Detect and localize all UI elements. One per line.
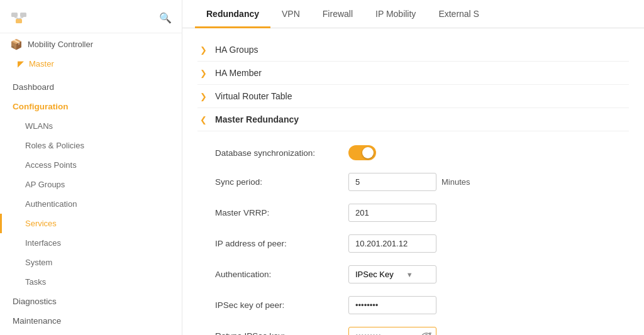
master-vrrp-control [348,204,436,222]
master-icon: ◤ [18,59,24,69]
ipsec-key-input[interactable] [348,296,436,314]
sidebar-nav: Dashboard Configuration WLANs Roles & Po… [0,72,182,335]
auth-control: IPSec Key ▼ [348,265,436,283]
ipsec-key-control [348,296,436,314]
db-sync-toggle[interactable] [348,145,376,160]
ha-groups-section[interactable]: ❯ HA Groups [197,38,629,62]
search-icon[interactable]: 🔍 [159,12,172,24]
sidebar-item-diagnostics[interactable]: Diagnostics [0,292,182,311]
retype-ipsec-field [348,327,436,335]
svg-rect-2 [16,19,22,23]
tab-ip-mobility[interactable]: IP Mobility [364,0,427,28]
sidebar-item-authentication[interactable]: Authentication [0,194,182,214]
ha-member-section[interactable]: ❯ HA Member [197,62,629,85]
sidebar-item-wlans[interactable]: WLANs [0,116,182,136]
master-redundancy-section[interactable]: ❮ Master Redundancy [197,108,629,131]
sidebar-master-item[interactable]: ◤ Master [0,55,182,72]
tab-firewall[interactable]: Firewall [311,0,364,28]
ip-peer-input[interactable] [348,234,436,253]
tab-redundancy[interactable]: Redundancy [195,0,270,28]
auth-select[interactable]: IPSec Key ▼ [348,265,436,283]
tab-vpn[interactable]: VPN [270,0,311,28]
controller-icon: 📦 [10,38,23,50]
svg-line-4 [19,17,23,19]
ip-peer-control [348,234,436,253]
svg-rect-1 [20,13,26,17]
ip-peer-row: IP address of peer: [215,228,629,259]
ha-groups-label: HA Groups [215,45,258,55]
ipsec-key-label: IPSec key of peer: [215,300,341,310]
sidebar-item-system[interactable]: System [0,253,182,272]
chevron-down-icon-select: ▼ [406,271,413,278]
master-vrrp-row: Master VRRP: [215,197,629,228]
master-vrrp-input[interactable] [348,204,436,222]
network-icon [10,9,28,26]
master-vrrp-label: Master VRRP: [215,208,341,217]
sidebar-item-maintenance[interactable]: Maintenance [0,311,182,331]
virtual-router-table-section[interactable]: ❯ Virtual Router Table [197,85,629,108]
controller-label: Mobility Controller [28,40,93,49]
tabs-bar: Redundancy VPN Firewall IP Mobility Exte… [182,0,644,28]
sidebar-item-interfaces[interactable]: Interfaces [0,233,182,253]
db-sync-label: Database synchronization: [215,148,341,158]
retype-ipsec-row: Retype IPSec key: [215,321,629,335]
toggle-slider [348,145,376,160]
ipsec-key-row: IPSec key of peer: [215,290,629,321]
sidebar-controller-item: 📦 Mobility Controller [0,33,182,55]
master-redundancy-label: Master Redundancy [215,114,299,124]
tab-external-s[interactable]: External S [427,0,491,28]
retype-ipsec-control [348,327,436,335]
sidebar-item-dashboard[interactable]: Dashboard [0,77,182,97]
svg-line-3 [14,17,19,19]
sync-period-row: Sync period: Minutes [215,167,629,197]
ip-peer-label: IP address of peer: [215,239,341,248]
content-area: ❯ HA Groups ❯ HA Member ❯ Virtual Router… [182,28,644,335]
auth-value: IPSec Key [355,270,394,279]
db-sync-control [348,145,376,160]
auth-label: Authentication: [215,270,341,279]
sync-period-input[interactable] [348,173,436,191]
master-redundancy-body: Database synchronization: Sync period: M… [197,131,629,335]
chevron-right-icon-2: ❯ [200,69,209,78]
sidebar-item-tasks[interactable]: Tasks [0,272,182,292]
sidebar-item-roles-policies[interactable]: Roles & Policies [0,136,182,155]
svg-rect-0 [11,13,18,17]
sidebar-item-access-points[interactable]: Access Points [0,155,182,175]
sync-period-unit: Minutes [441,177,470,187]
ha-member-label: HA Member [215,68,262,78]
retype-ipsec-label: Retype IPSec key: [215,331,341,335]
sidebar-logo-area [10,9,28,26]
ipsec-key-field [348,296,436,314]
sync-period-label: Sync period: [215,177,341,187]
main-content: Redundancy VPN Firewall IP Mobility Exte… [182,0,644,335]
sidebar: 🔍 📦 Mobility Controller ◤ Master Dashboa… [0,0,182,335]
db-sync-row: Database synchronization: [215,139,629,167]
auth-row: Authentication: IPSec Key ▼ [215,259,629,290]
sidebar-item-configuration[interactable]: Configuration [0,97,182,116]
master-label: Master [29,59,54,69]
virtual-router-table-label: Virtual Router Table [215,91,292,101]
chevron-right-icon: ❯ [200,45,209,55]
sidebar-item-services[interactable]: Services [0,214,182,233]
sidebar-header: 🔍 [0,0,182,33]
sync-period-control: Minutes [348,173,470,191]
chevron-down-icon: ❮ [200,115,209,124]
sidebar-item-ap-groups[interactable]: AP Groups [0,175,182,194]
chevron-right-icon-3: ❯ [200,92,209,101]
eye-toggle-icon[interactable] [421,332,431,336]
